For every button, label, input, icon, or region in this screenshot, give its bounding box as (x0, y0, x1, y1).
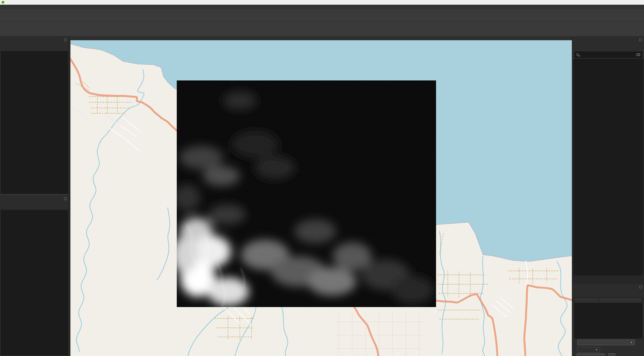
menu-bar (0, 5, 644, 9)
dem-raster-layer (172, 80, 436, 307)
title-bar (0, 0, 644, 5)
processing-panel-title (573, 36, 644, 44)
search-input[interactable] (580, 52, 634, 57)
view-combobox: ▼ (577, 347, 600, 353)
chevron-down-icon: ▼ (595, 349, 598, 351)
feature-column-header[interactable] (575, 298, 599, 303)
browser-panel-title (0, 36, 69, 44)
map-canvas[interactable] (70, 40, 572, 356)
search-icon (576, 53, 579, 56)
processing-search-box: ⌫ (575, 52, 642, 58)
toolbar-row-3 (0, 27, 644, 36)
clipped-buttons-row (573, 353, 644, 356)
toolbar-row-1 (0, 9, 644, 18)
left-dock (0, 36, 69, 356)
browser-float-icon[interactable] (64, 39, 67, 41)
identify-panel-title (573, 284, 644, 290)
map-dock-area (69, 36, 572, 356)
layers-list (1, 210, 68, 355)
identify-results-table[interactable] (574, 303, 642, 339)
identify-table-header (574, 297, 642, 303)
processing-toolbox-panel: ⌫ (573, 36, 644, 276)
partial-button[interactable] (608, 353, 615, 356)
toolbar-row-2 (0, 18, 644, 27)
layers-panel-title (0, 195, 69, 202)
processing-float-icon[interactable] (639, 39, 642, 41)
layers-panel (0, 194, 69, 356)
identify-float-icon[interactable] (639, 286, 642, 288)
qgis-window: ⌫ ▼ (0, 0, 644, 356)
right-dock: ⌫ ▼ (572, 36, 644, 356)
browser-tree (1, 51, 68, 194)
qgis-logo-icon (2, 1, 5, 4)
map-svg (70, 40, 572, 356)
right-dock-tabs (573, 276, 644, 284)
layers-float-icon[interactable] (64, 197, 67, 200)
clear-search-icon[interactable]: ⌫ (636, 53, 640, 57)
browser-panel (0, 36, 69, 194)
processing-algorithms-tree (573, 59, 643, 276)
chevron-down-icon: ▼ (630, 341, 633, 344)
help-button-partial[interactable] (576, 353, 605, 356)
identify-results-panel: ▼ ▼ (573, 284, 644, 356)
mode-combobox[interactable]: ▼ (577, 340, 635, 345)
